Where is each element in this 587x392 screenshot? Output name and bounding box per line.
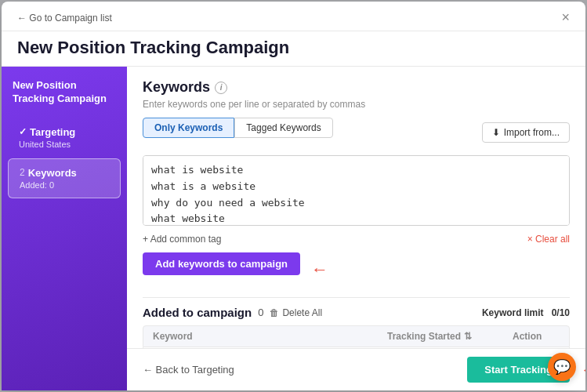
start-tracking-arrow: ←	[581, 360, 585, 380]
modal-title: New Position Tracking Campaign	[2, 31, 585, 67]
tracking-started-label: Tracking Started	[387, 331, 461, 342]
add-common-tag-button[interactable]: + Add common tag	[143, 234, 221, 245]
sidebar-title: New Position Tracking Campaign	[2, 79, 127, 117]
tag-clear-row: + Add common tag × Clear all	[143, 234, 570, 245]
import-label: Import from...	[504, 127, 560, 138]
chat-bubble[interactable]: 💬	[548, 353, 576, 381]
chat-icon: 💬	[553, 358, 571, 376]
keyword-limit-value: 0/10	[552, 307, 570, 318]
check-icon: ✓	[19, 126, 27, 137]
sort-icon: ⇅	[464, 331, 472, 342]
added-section: Added to campaign 0 🗑 Delete All Keyword…	[143, 297, 570, 348]
col-tracking-header: Tracking Started ⇅	[387, 331, 513, 342]
delete-all-label: Delete All	[282, 307, 322, 318]
modal-footer: ← Back to Targeting Start Tracking ←	[127, 348, 585, 390]
trash-icon: 🗑	[270, 307, 279, 318]
table-header: Keyword Tracking Started ⇅ Action	[143, 325, 570, 347]
sidebar-keywords-sub: Added: 0	[20, 180, 109, 190]
col-keyword-header: Keyword	[153, 331, 387, 342]
modal-header: ← Go to Campaign list ×	[2, 2, 585, 31]
add-keywords-arrow: ←	[311, 260, 328, 280]
keywords-info-icon[interactable]: i	[215, 82, 227, 94]
sidebar-keywords-label: Keywords	[28, 167, 77, 179]
keywords-textarea[interactable]: what is website what is a website why do…	[143, 155, 570, 226]
add-keywords-label: Add keywords to campaign	[155, 258, 288, 270]
keyword-limit: Keyword limit 0/10	[482, 307, 570, 318]
keywords-section-title: Keywords	[143, 79, 210, 96]
clear-all-button[interactable]: × Clear all	[527, 234, 570, 245]
sidebar-item-targeting[interactable]: ✓ Targeting United States	[8, 118, 121, 157]
sidebar: New Position Tracking Campaign ✓ Targeti…	[2, 67, 127, 390]
sidebar-targeting-label: Targeting	[30, 126, 75, 138]
tab-tagged-keywords[interactable]: Tagged Keywords	[234, 118, 332, 138]
keywords-num: 2	[20, 167, 25, 178]
section-title-row: Keywords i	[143, 79, 570, 96]
tabs-import-row: Only Keywords Tagged Keywords ⬇ Import f…	[143, 118, 570, 147]
keyword-tabs: Only Keywords Tagged Keywords	[143, 118, 333, 138]
tab-only-keywords[interactable]: Only Keywords	[143, 118, 234, 138]
added-title: Added to campaign	[143, 306, 252, 319]
add-keywords-button[interactable]: Add keywords to campaign	[143, 252, 300, 275]
back-button[interactable]: ← Back to Targeting	[143, 364, 234, 376]
import-icon: ⬇	[492, 127, 500, 138]
import-button[interactable]: ⬇ Import from...	[482, 122, 570, 143]
keyword-limit-label: Keyword limit	[482, 307, 544, 318]
added-header: Added to campaign 0 🗑 Delete All Keyword…	[143, 306, 570, 319]
content-area: Keywords i Enter keywords one per line o…	[127, 67, 585, 348]
added-count: 0	[258, 307, 263, 318]
delete-all-button[interactable]: 🗑 Delete All	[270, 307, 322, 318]
modal-body: New Position Tracking Campaign ✓ Targeti…	[2, 67, 585, 390]
close-button[interactable]: ×	[561, 9, 570, 26]
go-back-link[interactable]: ← Go to Campaign list	[17, 13, 112, 24]
main-content: Keywords i Enter keywords one per line o…	[127, 67, 585, 390]
keywords-subtitle: Enter keywords one per line or separated…	[143, 99, 570, 110]
sidebar-item-keywords[interactable]: 2 Keywords Added: 0	[8, 158, 121, 198]
sidebar-targeting-sub: United States	[19, 140, 110, 149]
col-action-header: Action	[513, 331, 560, 342]
